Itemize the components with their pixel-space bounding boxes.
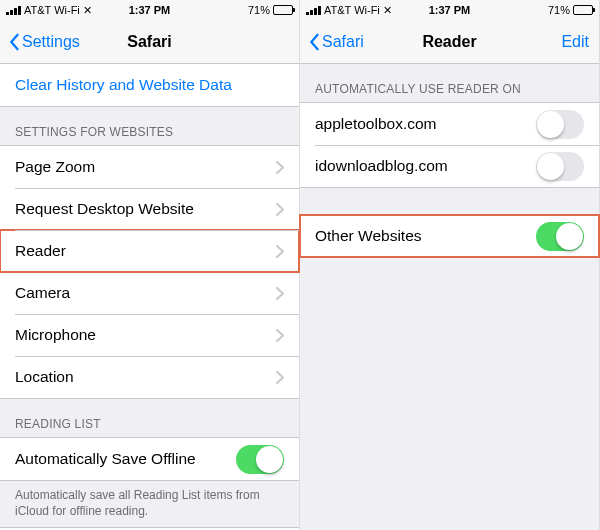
safari-settings-screen: AT&T Wi-Fi ✕ 1:37 PM 71% Settings Safari…: [0, 0, 300, 530]
nav-bar: Safari Reader Edit: [300, 20, 599, 64]
clock: 1:37 PM: [129, 4, 171, 16]
back-button[interactable]: Settings: [8, 33, 80, 51]
carrier-label: AT&T Wi-Fi: [324, 4, 380, 16]
request-desktop-label: Request Desktop Website: [15, 200, 194, 218]
battery-percent: 71%: [548, 4, 570, 16]
page-zoom-label: Page Zoom: [15, 158, 95, 176]
battery-icon: [273, 5, 293, 15]
back-button[interactable]: Safari: [308, 33, 364, 51]
clock: 1:37 PM: [429, 4, 471, 16]
site-toggle[interactable]: [536, 110, 584, 139]
carrier-label: AT&T Wi-Fi: [24, 4, 80, 16]
signal-icon: [6, 6, 21, 15]
chevron-right-icon: [276, 203, 284, 216]
auto-save-offline-row: Automatically Save Offline: [0, 438, 299, 480]
signal-icon: [306, 6, 321, 15]
reader-settings-screen: AT&T Wi-Fi ✕ 1:37 PM 71% Safari Reader E…: [300, 0, 600, 530]
microphone-row[interactable]: Microphone: [0, 314, 299, 356]
location-label: Location: [15, 368, 74, 386]
back-label: Safari: [322, 33, 364, 51]
page-zoom-row[interactable]: Page Zoom: [0, 146, 299, 188]
page-title: Safari: [127, 33, 171, 51]
location-row[interactable]: Location: [0, 356, 299, 398]
auto-save-offline-toggle[interactable]: [236, 445, 284, 474]
chevron-right-icon: [276, 287, 284, 300]
status-bar: AT&T Wi-Fi ✕ 1:37 PM 71%: [300, 0, 599, 20]
auto-save-offline-label: Automatically Save Offline: [15, 450, 196, 468]
site-row-idownloadblog: idownloadblog.com: [300, 145, 599, 187]
site-toggle[interactable]: [536, 152, 584, 181]
chevron-right-icon: [276, 245, 284, 258]
reader-label: Reader: [15, 242, 66, 260]
microphone-label: Microphone: [15, 326, 96, 344]
section-header-auto-reader: AUTOMATICALLY USE READER ON: [300, 64, 599, 102]
chevron-right-icon: [276, 161, 284, 174]
page-title: Reader: [422, 33, 476, 51]
nav-bar: Settings Safari: [0, 20, 299, 64]
edit-button[interactable]: Edit: [561, 33, 589, 51]
camera-label: Camera: [15, 284, 70, 302]
section-header-websites: SETTINGS FOR WEBSITES: [0, 107, 299, 145]
other-websites-label: Other Websites: [315, 227, 422, 245]
other-websites-toggle[interactable]: [536, 222, 584, 251]
chevron-right-icon: [276, 371, 284, 384]
chevron-left-icon: [308, 33, 320, 51]
site-row-appletoolbox: appletoolbox.com: [300, 103, 599, 145]
reader-row[interactable]: Reader: [0, 230, 299, 272]
clear-history-button[interactable]: Clear History and Website Data: [0, 64, 299, 106]
clear-history-label: Clear History and Website Data: [15, 76, 232, 94]
site-domain-label: appletoolbox.com: [315, 115, 437, 133]
chevron-right-icon: [276, 329, 284, 342]
request-desktop-row[interactable]: Request Desktop Website: [0, 188, 299, 230]
reading-list-footer: Automatically save all Reading List item…: [0, 481, 299, 527]
battery-icon: [573, 5, 593, 15]
wifi-icon: ✕: [83, 4, 92, 17]
other-websites-row: Other Websites: [300, 215, 599, 257]
back-label: Settings: [22, 33, 80, 51]
chevron-left-icon: [8, 33, 20, 51]
camera-row[interactable]: Camera: [0, 272, 299, 314]
status-bar: AT&T Wi-Fi ✕ 1:37 PM 71%: [0, 0, 299, 20]
section-header-reading-list: READING LIST: [0, 399, 299, 437]
battery-percent: 71%: [248, 4, 270, 16]
site-domain-label: idownloadblog.com: [315, 157, 448, 175]
wifi-icon: ✕: [383, 4, 392, 17]
